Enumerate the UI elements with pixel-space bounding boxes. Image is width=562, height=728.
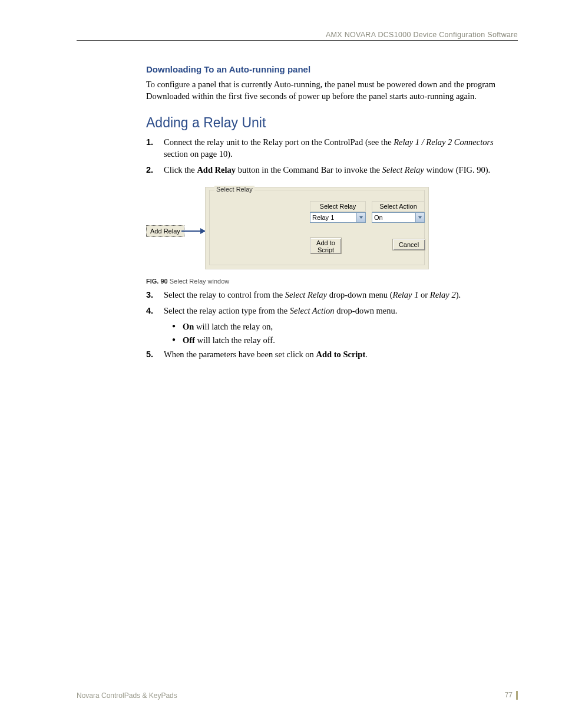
page-number: 77	[505, 691, 518, 700]
figure-caption: FIG. 90 Select Relay window	[146, 278, 518, 285]
select-action-value: On	[372, 214, 415, 221]
step1-em: Relay 1 / Relay 2 Connectors	[394, 137, 494, 147]
bullet-on-rest: will latch the relay on,	[194, 322, 273, 331]
cancel-button[interactable]: Cancel	[392, 239, 425, 251]
step5-post: .	[365, 350, 368, 359]
figure-90: Add Relay Select Relay Select Relay Rela…	[146, 187, 518, 285]
step3-post: ).	[456, 290, 461, 299]
bullet-off: Off will latch the relay off.	[172, 335, 518, 345]
select-relay-window: Select Relay Select Relay Relay 1 Select…	[205, 187, 429, 269]
arrow-icon	[181, 230, 205, 232]
marker-2: 2.	[146, 164, 157, 176]
select-relay-label: Select Relay	[310, 201, 366, 212]
step3-em2: Relay 1	[393, 290, 419, 299]
step-2: 2. Click the Add Relay button in the Com…	[146, 164, 518, 176]
step-3: 3. Select the relay to control from the …	[146, 289, 518, 301]
step4-em: Select Action	[290, 306, 335, 315]
step3-pre: Select the relay to control from the	[164, 290, 285, 299]
step3-or: or	[418, 290, 429, 299]
chevron-down-icon[interactable]	[415, 213, 424, 222]
step2-em: Select Relay	[382, 165, 424, 174]
bullet-off-bold: Off	[183, 335, 195, 345]
bullet-off-rest: will latch the relay off.	[195, 335, 275, 345]
running-header: AMX NOVARA DCS1000 Device Configuration …	[77, 31, 518, 41]
bullet-on-bold: On	[183, 322, 194, 331]
groupbox: Select Relay Select Relay Relay 1 Select…	[209, 190, 425, 265]
step-1: 1. Connect the relay unit to the Relay p…	[146, 137, 518, 160]
step-4: 4. Select the relay action type from the…	[146, 305, 518, 317]
step4-post: drop-down menu.	[335, 306, 398, 315]
marker-4: 4.	[146, 305, 157, 317]
select-action-dropdown[interactable]: On	[372, 212, 425, 223]
step2-pre: Click the	[164, 165, 197, 174]
heading-downloading: Downloading To an Auto-running panel	[146, 64, 518, 74]
step1-post: section on page 10).	[164, 149, 233, 159]
page-footer: Novara ControlPads & KeyPads 77	[77, 691, 518, 700]
step3-em1: Select Relay	[285, 290, 327, 299]
add-to-script-button[interactable]: Add to Script	[310, 238, 342, 254]
step4-pre: Select the relay action type from the	[164, 306, 290, 315]
add-relay-button[interactable]: Add Relay	[146, 225, 184, 237]
figure-caption-bold: FIG. 90	[146, 278, 168, 285]
bullet-on: On will latch the relay on,	[172, 322, 518, 332]
footer-left: Novara ControlPads & KeyPads	[77, 691, 177, 700]
heading-adding-relay: Adding a Relay Unit	[146, 115, 518, 131]
marker-1: 1.	[146, 137, 157, 160]
select-relay-value: Relay 1	[310, 214, 356, 221]
figure-caption-rest: Select Relay window	[168, 278, 230, 285]
marker-5: 5.	[146, 349, 157, 361]
marker-3: 3.	[146, 289, 157, 301]
step3-em3: Relay 2	[430, 290, 456, 299]
groupbox-label: Select Relay	[214, 186, 254, 193]
step2-b: Add Relay	[197, 165, 236, 174]
step-5: 5. When the parameters have been set cli…	[146, 349, 518, 361]
step5-b: Add to Script	[316, 350, 365, 359]
step1-pre: Connect the relay unit to the Relay port…	[164, 137, 394, 147]
chevron-down-icon[interactable]	[356, 213, 365, 222]
step2-mid: button in the Command Bar to invoke the	[236, 165, 382, 174]
step2-post: window (FIG. 90).	[424, 165, 490, 174]
select-action-label: Select Action	[372, 201, 425, 212]
select-relay-dropdown[interactable]: Relay 1	[310, 212, 366, 223]
para-downloading: To configure a panel that is currently A…	[146, 79, 518, 102]
step3-mid: drop-down menu (	[327, 290, 393, 299]
step5-pre: When the parameters have been set click …	[164, 350, 316, 359]
